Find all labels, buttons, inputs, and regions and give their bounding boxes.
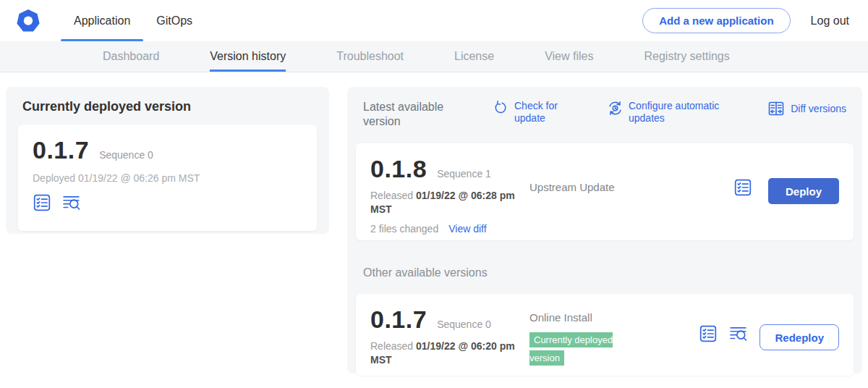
deployed-checklist-icon[interactable] bbox=[33, 193, 51, 212]
latest-released-line: Released 01/19/22 @ 06:28 pm MST bbox=[370, 189, 521, 216]
other-version-number: 0.1.7 bbox=[370, 305, 427, 334]
latest-sequence-label: Sequence 1 bbox=[437, 168, 491, 180]
diff-icon bbox=[767, 100, 786, 117]
top-nav-gitops-label: GitOps bbox=[156, 14, 192, 28]
released-prefix: Released bbox=[370, 340, 413, 352]
tab-troubleshoot[interactable]: Troubleshoot bbox=[336, 41, 404, 72]
tab-view-files-label: View files bbox=[545, 50, 593, 63]
other-released-line: Released 01/19/22 @ 06:20 pm MST bbox=[370, 340, 521, 367]
deployed-version-number: 0.1.7 bbox=[33, 136, 89, 164]
currently-deployed-panel: Currently deployed version 0.1.7 Sequenc… bbox=[6, 87, 329, 234]
tab-registry-settings[interactable]: Registry settings bbox=[644, 41, 729, 72]
clock-sync-icon bbox=[607, 100, 624, 117]
top-nav: Application GitOps bbox=[61, 0, 205, 41]
deployed-file-search-icon[interactable] bbox=[62, 193, 81, 212]
tab-version-history-label: Version history bbox=[210, 50, 286, 63]
other-available-versions-title: Other available versions bbox=[356, 266, 854, 279]
add-application-button[interactable]: Add a new application bbox=[642, 8, 790, 33]
tab-license[interactable]: License bbox=[454, 41, 494, 72]
deployed-version-card: 0.1.7 Sequence 0 Deployed 01/19/22 @ 06:… bbox=[18, 125, 317, 231]
other-version-card: 0.1.7 Sequence 0 Released 01/19/22 @ 06:… bbox=[356, 294, 854, 376]
top-nav-application[interactable]: Application bbox=[61, 0, 143, 41]
configure-automatic-updates-label: Configure automatic updates bbox=[629, 100, 737, 125]
check-for-update-button[interactable]: Check for update bbox=[493, 100, 566, 125]
latest-available-title: Latest available version bbox=[363, 100, 459, 129]
other-checklist-icon[interactable] bbox=[699, 324, 718, 343]
files-changed-label: 2 files changed bbox=[370, 223, 438, 235]
tab-registry-settings-label: Registry settings bbox=[644, 50, 729, 63]
currently-deployed-title: Currently deployed version bbox=[18, 99, 317, 114]
app-logo[interactable] bbox=[16, 9, 41, 33]
top-nav-application-label: Application bbox=[74, 14, 130, 28]
top-nav-gitops[interactable]: GitOps bbox=[143, 0, 205, 41]
configure-automatic-updates-button[interactable]: Configure automatic updates bbox=[607, 100, 737, 125]
released-prefix: Released bbox=[370, 190, 413, 201]
refresh-icon bbox=[493, 100, 509, 116]
deployed-timestamp: Deployed 01/19/22 @ 06:26 pm MST bbox=[33, 172, 302, 184]
top-header: Application GitOps Add a new application… bbox=[0, 0, 868, 41]
heptagon-logo-icon bbox=[16, 9, 41, 33]
latest-version-number: 0.1.8 bbox=[370, 155, 427, 183]
latest-source-label: Upstream Update bbox=[529, 181, 733, 193]
check-for-update-label: Check for update bbox=[514, 100, 566, 125]
redeploy-button[interactable]: Redeploy bbox=[760, 324, 839, 350]
other-source-label: Online Install bbox=[529, 311, 699, 324]
other-file-search-icon[interactable] bbox=[729, 324, 748, 343]
latest-checklist-icon[interactable] bbox=[733, 178, 752, 197]
currently-deployed-badge: Currently deployed version bbox=[529, 332, 613, 366]
tab-dashboard-label: Dashboard bbox=[103, 50, 159, 63]
view-diff-link[interactable]: View diff bbox=[448, 223, 486, 235]
diff-versions-label: Diff versions bbox=[791, 103, 846, 115]
tab-view-files[interactable]: View files bbox=[545, 41, 593, 72]
tab-dashboard[interactable]: Dashboard bbox=[103, 41, 159, 72]
app-subnav: Dashboard Version history Troubleshoot L… bbox=[0, 41, 868, 72]
tab-license-label: License bbox=[454, 50, 494, 63]
other-sequence-label: Sequence 0 bbox=[437, 319, 491, 330]
logout-link[interactable]: Log out bbox=[811, 14, 849, 28]
diff-versions-button[interactable]: Diff versions bbox=[767, 100, 846, 117]
available-versions-panel: Latest available version Check for updat… bbox=[347, 87, 862, 374]
latest-version-card: 0.1.8 Sequence 1 Released 01/19/22 @ 06:… bbox=[356, 143, 854, 240]
tab-troubleshoot-label: Troubleshoot bbox=[336, 50, 404, 63]
deploy-button[interactable]: Deploy bbox=[768, 178, 839, 204]
tab-version-history[interactable]: Version history bbox=[210, 41, 286, 72]
deployed-sequence-label: Sequence 0 bbox=[99, 149, 153, 161]
